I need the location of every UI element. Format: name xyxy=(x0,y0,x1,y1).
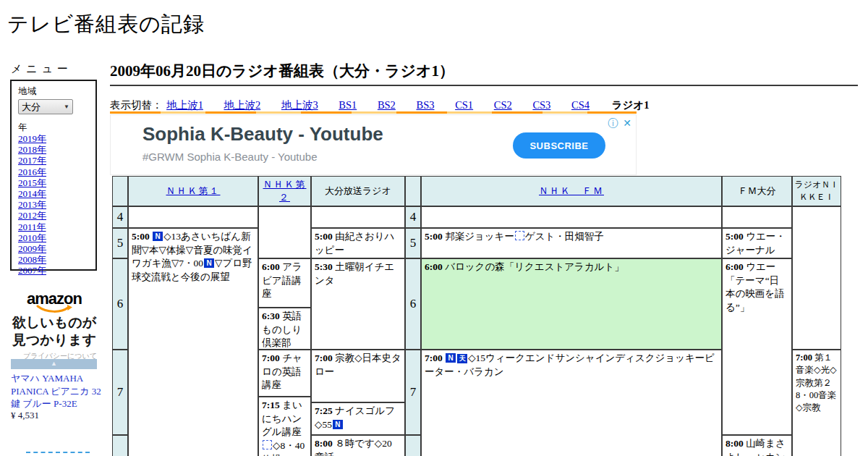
year-link-2013[interactable]: 2013年 xyxy=(18,199,89,210)
year-link-2012[interactable]: 2012年 xyxy=(18,210,89,221)
nav-link-cs4[interactable]: CS4 xyxy=(571,99,590,111)
year-link-2009[interactable]: 2009年 xyxy=(18,243,89,254)
cell-empty xyxy=(258,206,311,258)
header-obs: 大分放送ラジオ xyxy=(311,176,405,206)
station-label-obs: 大分放送ラジオ xyxy=(325,185,391,198)
amazon-collapse-bar[interactable]: ▲ xyxy=(11,359,97,369)
header-nhk1: ＮＨＫ第１ xyxy=(128,176,258,206)
hour-left-6: 6 xyxy=(112,258,128,350)
product-line: ヤマハ YAMAHA xyxy=(11,373,83,384)
cell-nhkfm-0500: 5:00 邦楽ジョッキーゲスト・田畑智子 xyxy=(421,228,722,258)
cell-nhk2-0600: 6:00 アラビア語講座 xyxy=(258,258,311,308)
cell-fmoita-0600: 6:00 ウエー「テーマ“日本の映画を語る”」 xyxy=(722,258,792,435)
display-switch-nav: 表示切替： 地上波1 地上波2 地上波3 BS1 BS2 BS3 CS1 CS2… xyxy=(110,98,649,112)
station-link-nhk1[interactable]: ＮＨＫ第１ xyxy=(166,185,221,198)
cell-obs-0800: 8:00 ８時です◇20童話 xyxy=(311,435,405,456)
year-link-2015[interactable]: 2015年 xyxy=(18,177,89,188)
amazon-product-link[interactable]: ヤマハ YAMAHA PIANICA ピアニカ 32 鍵 ブルー P-32E xyxy=(11,372,105,410)
ad-frame-edge xyxy=(26,452,90,453)
hour-mid-7: 7 xyxy=(405,350,421,435)
cell-nhkfm-0600-highlighted: 6:00 バロックの森「リクエストアラカルト」 xyxy=(421,258,722,350)
cell-empty xyxy=(792,206,841,350)
cell-obs-0500: 5:00 由紀さおりハッピー xyxy=(311,228,405,258)
hour-mid-4: 4 xyxy=(405,206,421,228)
amazon-tagline-line1: 欲しいものが xyxy=(12,314,97,332)
chevron-down-icon: ▼ xyxy=(64,104,69,110)
switch-label: 表示切替： xyxy=(110,99,163,111)
nav-link-cs2[interactable]: CS2 xyxy=(494,99,512,111)
cell-obs-0700: 7:00 宗教◇日本史タロー xyxy=(311,350,405,402)
cell-empty xyxy=(722,206,792,228)
nav-link-bs1[interactable]: BS1 xyxy=(339,99,357,111)
ad-subtitle: #GRWM Sophia K-Beauty - Youtube xyxy=(142,151,318,163)
nav-link-cs3[interactable]: CS3 xyxy=(532,99,550,111)
year-link-2010[interactable]: 2010年 xyxy=(18,232,89,243)
amazon-product-price: ¥ 4,531 xyxy=(11,410,39,421)
caret-up-icon: ▲ xyxy=(51,360,57,367)
subscribe-button[interactable]: SUBSCRIBE xyxy=(513,132,605,159)
ad-banner: Sophia K-Beauty - Youtube #GRWM Sophia K… xyxy=(110,114,637,175)
cell-fmoita-0800: 8:00 山崎まさよし・セカンド xyxy=(722,435,792,456)
hour-left-5: 5 xyxy=(112,228,128,258)
nav-link-bs3[interactable]: BS3 xyxy=(417,99,435,111)
cell-empty xyxy=(421,206,722,228)
header-nhk2: ＮＨＫ第２ xyxy=(258,176,311,206)
year-list: 2019年 2018年 2017年 2016年 2015年 2014年 2013… xyxy=(18,133,89,276)
page-title: テレビ番組表の記録 xyxy=(7,10,205,39)
nav-link-chijou2[interactable]: 地上波2 xyxy=(224,99,261,111)
cell-obs-0530: 5:30 土曜朝イチエンタ xyxy=(311,258,405,350)
amazon-ad[interactable]: amazon 欲しいものが 見つかります プライバシーについて xyxy=(12,291,97,361)
nav-current-radio1: ラジオ1 xyxy=(612,99,650,111)
station-label-nikkei: ラジオＮＩＫＫＥＩ xyxy=(795,179,839,203)
year-label: 年 xyxy=(18,122,89,133)
product-line: PIANICA ピアニカ 32 xyxy=(11,386,101,397)
amazon-tagline-line2: 見つかります xyxy=(12,332,97,349)
header-hour-mid xyxy=(405,176,421,206)
region-select[interactable]: 大分 ▼ xyxy=(18,99,73,114)
schedule-table: ＮＨＫ第１ ＮＨＫ第２ 大分放送ラジオ ＮＨＫ ＦＭ ＦＭ大分 ラジオＮＩＫＫＥ… xyxy=(112,176,843,456)
station-label-fmoita: ＦＭ大分 xyxy=(739,185,776,198)
header-fmoita: ＦＭ大分 xyxy=(722,176,792,206)
cell-obs-0725: 7:25 ナイスゴルフ◇55N xyxy=(311,402,405,435)
cell-nhk2-0700: 7:00 チャロの英語講座 xyxy=(258,350,311,397)
station-link-nhkfm[interactable]: ＮＨＫ ＦＭ xyxy=(539,185,604,198)
year-link-2019[interactable]: 2019年 xyxy=(18,133,89,144)
menu-title: メニュー xyxy=(11,62,72,76)
cell-nhkfm-0700: 7:00 N天◇15ウィークエンドサンシャインディスクジョッキーピーター・バラカ… xyxy=(421,350,722,456)
hour-left-8 xyxy=(112,435,128,456)
header-hour-left xyxy=(112,176,128,206)
ad-info-icon[interactable]: ⓘ xyxy=(608,117,618,129)
hour-mid-8 xyxy=(405,435,421,456)
amazon-logo: amazon xyxy=(12,291,97,307)
ad-loading-stripe xyxy=(110,111,637,114)
cell-nhk1-0500: 5:00 N◇13あさいちばん新聞▽本▽体操▽音夏の味覚イワガキ漁▽7・00N▽… xyxy=(128,228,258,456)
year-link-2007[interactable]: 2007年 xyxy=(18,265,89,276)
nav-link-chijou3[interactable]: 地上波3 xyxy=(281,99,318,111)
menu-box: 地域 大分 ▼ 年 2019年 2018年 2017年 2016年 2015年 … xyxy=(10,80,97,271)
year-link-2018[interactable]: 2018年 xyxy=(18,144,89,155)
nav-link-chijou1[interactable]: 地上波1 xyxy=(166,99,203,111)
ad-close-icon[interactable]: ✕ xyxy=(623,117,631,129)
year-link-2011[interactable]: 2011年 xyxy=(18,221,89,232)
cell-nikkei-0700: 7:00 第１音楽◇光◇宗教第２8・00音楽◇宗教 xyxy=(792,350,841,456)
region-label: 地域 xyxy=(18,85,89,97)
region-select-value: 大分 xyxy=(22,101,64,114)
schedule-heading: 2009年06月20日のラジオ番組表（大分・ラジオ1） xyxy=(110,61,858,81)
page: テレビ番組表の記録 メニュー 地域 大分 ▼ 年 2019年 2018年 201… xyxy=(0,0,868,456)
cell-nhk2-0715: 7:15 まいにちハングル講座◇8・40体操 xyxy=(258,397,311,456)
header-nikkei: ラジオＮＩＫＫＥＩ xyxy=(792,176,841,206)
cell-fmoita-0500: 5:00 ウエー・ジャーナル xyxy=(722,228,792,258)
hour-left-4: 4 xyxy=(112,206,128,228)
cell-empty xyxy=(128,206,258,228)
year-link-2014[interactable]: 2014年 xyxy=(18,188,89,199)
year-link-2017[interactable]: 2017年 xyxy=(18,155,89,166)
year-link-2008[interactable]: 2008年 xyxy=(18,254,89,265)
hour-mid-5: 5 xyxy=(405,228,421,258)
year-link-2016[interactable]: 2016年 xyxy=(18,166,89,177)
nav-link-bs2[interactable]: BS2 xyxy=(378,99,396,111)
heading-wrap: 2009年06月20日のラジオ番組表（大分・ラジオ1） xyxy=(110,61,858,86)
station-link-nhk2[interactable]: ＮＨＫ第２ xyxy=(260,178,310,204)
nav-link-cs1[interactable]: CS1 xyxy=(455,99,473,111)
cell-nhk2-0630: 6:30 英語ものしり倶楽部 xyxy=(258,308,311,350)
hour-left-7: 7 xyxy=(112,350,128,435)
